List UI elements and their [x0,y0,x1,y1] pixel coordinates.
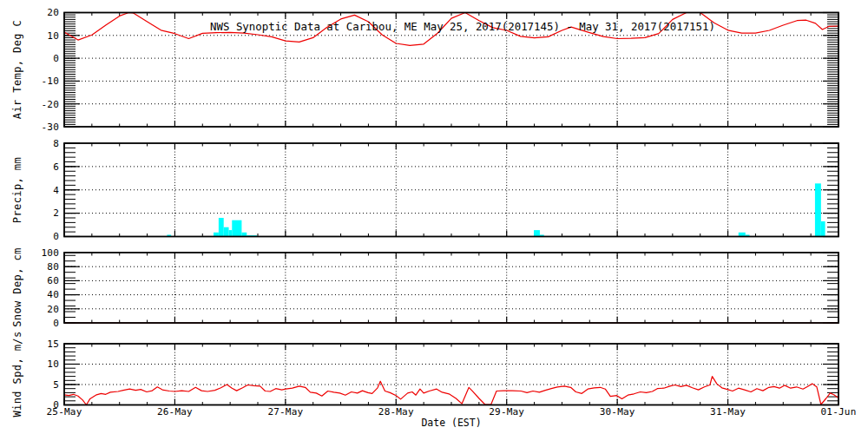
chart-layers: -30-20-10010200246802040608010005101525-… [42,7,857,417]
x-tick-label: 01-Jun [821,406,857,418]
panel-frame [64,253,838,323]
y-tick-label: 15 [47,339,59,350]
y-axis-title-snow-depth: Snow Dep, cm [11,247,23,327]
precip-bar [815,183,821,236]
x-axis-title: Date (EST) [421,417,481,429]
precip-bar [232,220,241,237]
y-tick-label: -20 [42,99,59,110]
synoptic-plot-page: -30-20-10010200246802040608010005101525-… [0,0,868,434]
x-tick-label: 31-May [710,406,746,418]
x-tick-label: 29-May [489,406,524,418]
x-tick-label: 25-May [47,406,82,418]
y-axis-title-wind-speed: Wind Spd, m/s [11,331,23,417]
panel-snow: 020406080100 [42,247,838,329]
y-tick-label: 10 [47,358,59,370]
x-tick-label: 27-May [267,406,303,418]
precip-bar [224,227,229,237]
y-tick-label: 20 [47,304,59,315]
panel-precip: 02468 [53,138,838,242]
y-axis-title-air-temp: Air Temp, Deg C [11,20,23,119]
panel-frame [64,143,838,237]
y-tick-label: 6 [53,161,59,173]
panel-wind: 051015 [47,339,838,411]
y-tick-label: 20 [47,7,59,18]
y-tick-label: 0 [53,318,59,329]
y-tick-label: 5 [53,379,59,391]
precip-bar [821,221,825,236]
y-tick-label: 10 [47,30,59,42]
y-tick-label: 0 [53,231,59,242]
synoptic-multipanel-chart: -30-20-10010200246802040608010005101525-… [0,0,868,434]
wind-line-series [64,377,838,405]
x-tick-label: 26-May [157,406,193,418]
y-tick-label: 60 [47,275,59,286]
y-tick-label: 4 [53,185,59,196]
y-tick-label: 0 [53,53,59,64]
y-tick-label: -30 [42,122,59,133]
y-tick-label: -10 [42,76,59,87]
precip-bar [534,230,540,236]
y-tick-label: 40 [47,289,59,300]
y-tick-label: 2 [53,207,59,219]
x-tick-label: 28-May [378,406,414,418]
chart-title: NWS Synoptic Data at Caribou, ME May 25,… [210,20,715,33]
y-tick-label: 80 [47,261,59,273]
y-tick-label: 100 [42,247,59,259]
precip-bar [229,230,233,236]
x-tick-label: 30-May [600,406,635,418]
y-axis-title-precip: Precip, mm [11,157,23,223]
y-tick-label: 8 [53,138,59,149]
precip-bar [219,218,224,237]
